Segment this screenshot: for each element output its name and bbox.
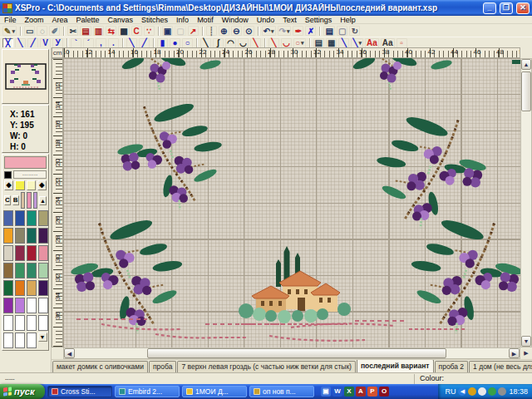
palette-swatch[interactable] bbox=[3, 210, 13, 226]
long-stitch-tool[interactable]: ╲ bbox=[250, 38, 261, 48]
palette-swatch[interactable] bbox=[38, 263, 48, 278]
palette-swatch[interactable] bbox=[3, 280, 13, 296]
horizontal-scroll-thumb[interactable] bbox=[147, 348, 446, 358]
font-red-button[interactable]: Aa bbox=[365, 38, 379, 48]
palette-swatch[interactable] bbox=[3, 332, 13, 348]
marquee-button[interactable]: ▫ bbox=[397, 38, 407, 48]
browser-icon[interactable]: O bbox=[379, 387, 389, 397]
redo-button[interactable]: ↷▾ bbox=[278, 26, 292, 36]
undo-button[interactable]: ↶▾ bbox=[262, 26, 276, 36]
diamond-button-right[interactable]: ◆ bbox=[37, 180, 47, 190]
quarter-stitch-tl-tool[interactable]: ` bbox=[71, 38, 81, 48]
pale-yellow-swatch-button[interactable] bbox=[27, 180, 36, 190]
yellow-swatch-button[interactable] bbox=[15, 180, 24, 190]
quarter-stitch-br-tool[interactable]: . bbox=[108, 38, 119, 48]
menu-item-settings[interactable]: Settings bbox=[301, 16, 337, 24]
menu-item-motif[interactable]: Motif bbox=[193, 16, 218, 24]
red-curve-tool[interactable]: ◡ bbox=[281, 38, 292, 48]
palette-swatch[interactable] bbox=[21, 192, 26, 209]
taskbar-task-3[interactable]: 1МОИ Д... bbox=[182, 386, 247, 397]
freehand-select-tool[interactable]: ✐ bbox=[49, 26, 60, 36]
palette-scroll-down-button[interactable]: ▼ bbox=[38, 332, 47, 342]
palette-swatch[interactable] bbox=[38, 210, 48, 226]
curve-stitch-tool-2[interactable]: ◡ bbox=[238, 38, 249, 48]
scatter-tool[interactable]: ∵ bbox=[144, 26, 155, 36]
vertical-scrollbar[interactable]: ▲ ▼ bbox=[520, 58, 532, 347]
palette-swatch[interactable] bbox=[33, 192, 38, 209]
rotate-page-button[interactable]: ↻ bbox=[349, 26, 360, 36]
paste-motif-tool[interactable]: ▥ bbox=[93, 26, 104, 36]
palette-swatch[interactable] bbox=[15, 245, 25, 261]
palette-swatch[interactable] bbox=[15, 210, 25, 226]
diamond-button-left[interactable]: ◆ bbox=[4, 180, 13, 190]
palette-swatch[interactable] bbox=[3, 298, 13, 313]
zoom-in-tool[interactable]: ⊕ bbox=[219, 26, 229, 36]
palette-swatch[interactable] bbox=[27, 332, 37, 348]
black-marker-swatch[interactable] bbox=[4, 171, 12, 179]
palette-swatch[interactable] bbox=[15, 263, 25, 278]
rotate-tool[interactable]: C bbox=[131, 26, 142, 36]
stitch-canvas[interactable] bbox=[63, 58, 520, 347]
line-style-button[interactable]: ╲ bbox=[338, 38, 349, 48]
couching-tool[interactable]: ʃ bbox=[213, 38, 224, 48]
copy-motif-tool[interactable]: ▤ bbox=[80, 26, 91, 36]
menu-item-palette[interactable]: Palette bbox=[72, 16, 104, 24]
menu-item-undo[interactable]: Undo bbox=[253, 16, 279, 24]
pointer-arrow-tool[interactable]: ↗ bbox=[188, 26, 199, 36]
quarter-stitch-tr-tool[interactable]: ´ bbox=[83, 38, 94, 48]
tab-4[interactable]: последний вариант bbox=[357, 359, 434, 372]
current-colour-swatch[interactable] bbox=[4, 156, 47, 169]
close-button[interactable]: ✕ bbox=[516, 2, 530, 14]
quarter-stitch-bl-tool[interactable]: , bbox=[96, 38, 106, 48]
motif-library-button[interactable]: ▤ bbox=[313, 38, 324, 48]
palette-swatch[interactable] bbox=[27, 245, 37, 261]
three-quarter-stitch-tool-2[interactable]: ╱ bbox=[27, 38, 38, 48]
tab-6[interactable]: 1 дом (не весь для стыковки) bbox=[469, 361, 532, 372]
menu-item-window[interactable]: Window bbox=[218, 16, 253, 24]
dropdown-arrow-icon[interactable]: ▾ bbox=[12, 27, 15, 36]
curve-stitch-tool-1[interactable]: ◠ bbox=[225, 38, 236, 48]
menu-item-info[interactable]: Info bbox=[172, 16, 193, 24]
pen-edit-tool[interactable]: ✒ bbox=[293, 26, 303, 36]
palette-swatch[interactable] bbox=[38, 298, 48, 313]
taskbar-task-4[interactable]: оп нов п... bbox=[249, 386, 314, 397]
palette-swatch[interactable] bbox=[3, 263, 13, 278]
menu-item-text[interactable]: Text bbox=[278, 16, 301, 24]
bead-tool[interactable]: ● bbox=[170, 38, 180, 48]
palette-swatch[interactable] bbox=[3, 245, 13, 261]
vertical-stitch-tool[interactable]: ▮ bbox=[157, 38, 168, 48]
palette-scroll-up-button[interactable]: ▲ bbox=[39, 196, 47, 205]
maximize-button[interactable]: ❐ bbox=[500, 2, 513, 14]
petite-stitch-tool[interactable]: У bbox=[52, 38, 63, 48]
grid-options-button[interactable]: ▦ bbox=[326, 38, 337, 48]
tab-1[interactable]: макет домик с оливочками bbox=[52, 361, 148, 372]
palette-swatch[interactable] bbox=[27, 210, 37, 226]
stitch-style-box[interactable]: ········ bbox=[13, 170, 47, 179]
tab-2[interactable]: проба bbox=[149, 361, 176, 372]
dropdown-arrow-icon[interactable]: ▾ bbox=[359, 38, 362, 47]
zoom-out-tool[interactable]: ⊖ bbox=[231, 26, 242, 36]
sequin-tool[interactable]: ○ bbox=[182, 38, 193, 48]
horizontal-scrollbar[interactable]: ◀ ▶ bbox=[63, 347, 520, 359]
delete-stitch-tool[interactable]: ✗ bbox=[305, 26, 316, 36]
palette-swatch[interactable] bbox=[15, 228, 25, 244]
tray-network-icon[interactable] bbox=[498, 387, 506, 396]
dropdown-arrow-icon[interactable]: ▾ bbox=[301, 38, 304, 47]
menu-item-canvas[interactable]: Canvas bbox=[104, 16, 138, 24]
lasso-select-tool[interactable]: ◌ bbox=[37, 26, 47, 36]
palette-swatch[interactable] bbox=[3, 228, 13, 244]
red-backstitch-tool[interactable]: ╲ bbox=[268, 38, 279, 48]
access-icon[interactable]: A bbox=[356, 387, 366, 397]
excel-icon[interactable]: X bbox=[344, 387, 354, 397]
three-quarter-stitch-tool-1[interactable]: ╲ bbox=[15, 38, 26, 48]
palette-swatch[interactable] bbox=[38, 245, 48, 261]
palette-swatch[interactable] bbox=[27, 315, 37, 331]
rect-select-tool[interactable]: ▭ bbox=[24, 26, 35, 36]
menu-item-area[interactable]: Area bbox=[48, 16, 72, 24]
tab-5[interactable]: проба 2 bbox=[435, 361, 469, 372]
taskbar-task-2[interactable]: Embird 2... bbox=[115, 386, 180, 397]
palette-swatch[interactable] bbox=[27, 280, 37, 296]
palette-swatch[interactable] bbox=[15, 332, 25, 348]
resize-tool[interactable]: ⇆ bbox=[106, 26, 116, 36]
cut-tool[interactable]: ✂ bbox=[67, 26, 78, 36]
